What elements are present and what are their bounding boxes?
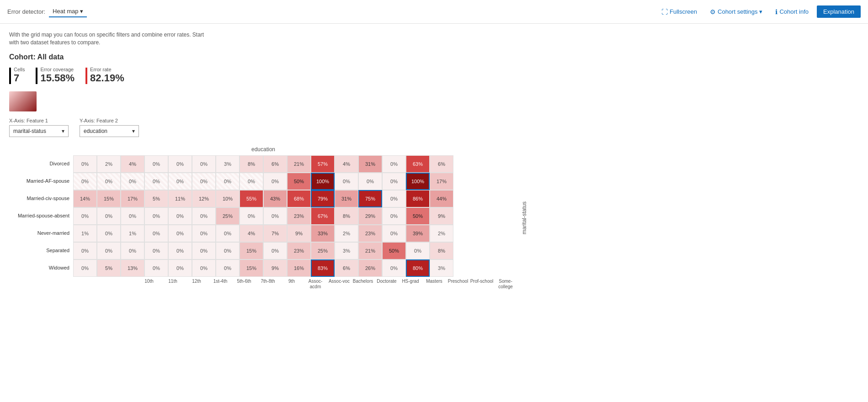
heatmap-cell[interactable]: 0% bbox=[97, 242, 121, 259]
heatmap-cell[interactable]: 0% bbox=[168, 173, 192, 190]
heatmap-cell[interactable]: 0% bbox=[97, 173, 121, 190]
heatmap-cell[interactable]: 31% bbox=[358, 155, 382, 173]
heatmap-cell[interactable]: 0% bbox=[382, 173, 406, 190]
heatmap-cell[interactable]: 1% bbox=[121, 225, 144, 242]
heatmap-cell[interactable]: 4% bbox=[335, 155, 358, 173]
heatmap-cell[interactable]: 0% bbox=[73, 173, 97, 190]
heatmap-cell[interactable]: 3% bbox=[216, 155, 240, 173]
heatmap-cell[interactable]: 5% bbox=[144, 190, 168, 207]
heatmap-cell[interactable]: 0% bbox=[168, 155, 192, 173]
heatmap-cell[interactable]: 16% bbox=[287, 259, 311, 277]
heatmap-cell[interactable]: 0% bbox=[168, 242, 192, 259]
heatmap-cell[interactable]: 3% bbox=[430, 259, 453, 277]
heatmap-cell[interactable]: 0% bbox=[216, 242, 240, 259]
heatmap-cell[interactable]: 0% bbox=[192, 225, 216, 242]
heatmap-cell[interactable]: 100% bbox=[311, 173, 335, 190]
heatmap-cell[interactable]: 5% bbox=[97, 259, 121, 277]
heatmap-cell[interactable]: 13% bbox=[121, 259, 144, 277]
heatmap-cell[interactable]: 50% bbox=[382, 242, 406, 259]
heatmap-cell[interactable]: 0% bbox=[73, 207, 97, 225]
heatmap-cell[interactable]: 0% bbox=[216, 225, 240, 242]
heatmap-cell[interactable]: 0% bbox=[73, 259, 97, 277]
x-axis-select[interactable]: marital-status ▾ bbox=[9, 125, 69, 137]
heatmap-cell[interactable]: 0% bbox=[216, 259, 240, 277]
heatmap-cell[interactable]: 0% bbox=[144, 242, 168, 259]
heatmap-cell[interactable]: 100% bbox=[406, 173, 430, 190]
heatmap-cell[interactable]: 0% bbox=[240, 173, 263, 190]
heatmap-cell[interactable]: 0% bbox=[406, 242, 430, 259]
heatmap-cell[interactable]: 79% bbox=[311, 190, 335, 207]
heatmap-cell[interactable]: 10% bbox=[216, 190, 240, 207]
heatmap-cell[interactable]: 50% bbox=[287, 173, 311, 190]
heatmap-cell[interactable]: 9% bbox=[287, 225, 311, 242]
heatmap-cell[interactable]: 86% bbox=[406, 190, 430, 207]
heatmap-cell[interactable]: 0% bbox=[144, 207, 168, 225]
heatmap-cell[interactable]: 68% bbox=[287, 190, 311, 207]
fullscreen-button[interactable]: ⛶ Fullscreen bbox=[657, 5, 702, 18]
heatmap-cell[interactable]: 23% bbox=[287, 207, 311, 225]
heatmap-cell[interactable]: 14% bbox=[73, 190, 97, 207]
heatmap-cell[interactable]: 57% bbox=[311, 155, 335, 173]
heatmap-cell[interactable]: 6% bbox=[335, 259, 358, 277]
heatmap-button[interactable]: Heat map ▾ bbox=[49, 6, 87, 17]
heatmap-cell[interactable]: 0% bbox=[358, 173, 382, 190]
heatmap-cell[interactable]: 23% bbox=[287, 242, 311, 259]
heatmap-cell[interactable]: 31% bbox=[335, 190, 358, 207]
heatmap-cell[interactable]: 25% bbox=[216, 207, 240, 225]
heatmap-cell[interactable]: 0% bbox=[73, 242, 97, 259]
heatmap-cell[interactable]: 0% bbox=[382, 225, 406, 242]
heatmap-cell[interactable]: 0% bbox=[192, 242, 216, 259]
y-axis-select[interactable]: education ▾ bbox=[80, 125, 139, 137]
heatmap-cell[interactable]: 0% bbox=[121, 173, 144, 190]
heatmap-cell[interactable]: 3% bbox=[335, 242, 358, 259]
heatmap-cell[interactable]: 7% bbox=[263, 225, 287, 242]
heatmap-cell[interactable]: 23% bbox=[358, 225, 382, 242]
heatmap-cell[interactable]: 6% bbox=[430, 155, 453, 173]
heatmap-cell[interactable]: 0% bbox=[192, 259, 216, 277]
heatmap-cell[interactable]: 75% bbox=[358, 190, 382, 207]
heatmap-cell[interactable]: 8% bbox=[430, 242, 453, 259]
heatmap-cell[interactable]: 33% bbox=[311, 225, 335, 242]
heatmap-cell[interactable]: 4% bbox=[240, 225, 263, 242]
heatmap-cell[interactable]: 0% bbox=[97, 207, 121, 225]
heatmap-cell[interactable]: 0% bbox=[168, 225, 192, 242]
heatmap-cell[interactable]: 43% bbox=[263, 190, 287, 207]
heatmap-cell[interactable]: 15% bbox=[97, 190, 121, 207]
heatmap-cell[interactable]: 0% bbox=[192, 173, 216, 190]
explanation-button[interactable]: Explanation bbox=[817, 5, 861, 18]
heatmap-cell[interactable]: 83% bbox=[311, 259, 335, 277]
cohort-settings-button[interactable]: ⚙ Cohort settings ▾ bbox=[705, 5, 767, 18]
heatmap-cell[interactable]: 67% bbox=[311, 207, 335, 225]
heatmap-cell[interactable]: 17% bbox=[121, 190, 144, 207]
heatmap-cell[interactable]: 50% bbox=[406, 207, 430, 225]
heatmap-cell[interactable]: 2% bbox=[97, 155, 121, 173]
heatmap-cell[interactable]: 0% bbox=[144, 173, 168, 190]
heatmap-cell[interactable]: 0% bbox=[192, 207, 216, 225]
heatmap-cell[interactable]: 0% bbox=[382, 155, 406, 173]
heatmap-cell[interactable]: 8% bbox=[335, 207, 358, 225]
heatmap-cell[interactable]: 0% bbox=[263, 173, 287, 190]
heatmap-cell[interactable]: 25% bbox=[311, 242, 335, 259]
heatmap-cell[interactable]: 26% bbox=[358, 259, 382, 277]
heatmap-cell[interactable]: 12% bbox=[192, 190, 216, 207]
heatmap-cell[interactable]: 0% bbox=[263, 242, 287, 259]
heatmap-cell[interactable]: 0% bbox=[240, 207, 263, 225]
heatmap-cell[interactable]: 0% bbox=[97, 225, 121, 242]
heatmap-cell[interactable]: 0% bbox=[144, 155, 168, 173]
heatmap-cell[interactable]: 8% bbox=[240, 155, 263, 173]
heatmap-cell[interactable]: 0% bbox=[192, 155, 216, 173]
heatmap-cell[interactable]: 0% bbox=[382, 190, 406, 207]
heatmap-cell[interactable]: 0% bbox=[263, 207, 287, 225]
heatmap-cell[interactable]: 39% bbox=[406, 225, 430, 242]
heatmap-cell[interactable]: 2% bbox=[335, 225, 358, 242]
heatmap-cell[interactable]: 6% bbox=[263, 155, 287, 173]
heatmap-cell[interactable]: 9% bbox=[263, 259, 287, 277]
heatmap-cell[interactable]: 0% bbox=[335, 173, 358, 190]
heatmap-cell[interactable]: 80% bbox=[406, 259, 430, 277]
heatmap-cell[interactable]: 0% bbox=[382, 207, 406, 225]
heatmap-cell[interactable]: 21% bbox=[358, 242, 382, 259]
heatmap-cell[interactable]: 0% bbox=[168, 207, 192, 225]
heatmap-cell[interactable]: 0% bbox=[216, 173, 240, 190]
heatmap-cell[interactable]: 0% bbox=[168, 259, 192, 277]
heatmap-cell[interactable]: 17% bbox=[430, 173, 453, 190]
